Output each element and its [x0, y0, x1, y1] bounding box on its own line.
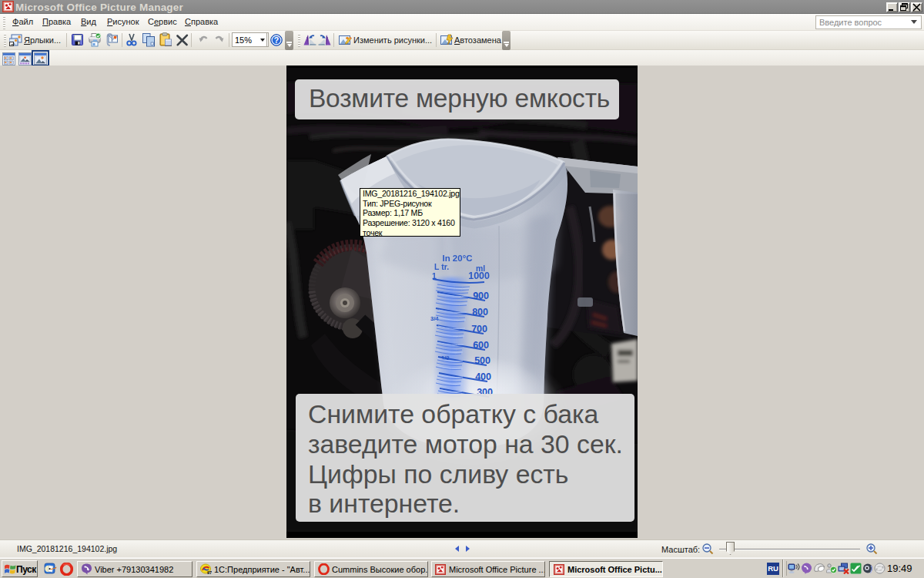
svg-text:97: 97 [207, 570, 212, 575]
svg-text:1000: 1000 [468, 271, 490, 281]
svg-text:?: ? [274, 35, 279, 45]
svg-text:3/4: 3/4 [430, 315, 439, 322]
svg-text:L tr.: L tr. [434, 262, 449, 271]
